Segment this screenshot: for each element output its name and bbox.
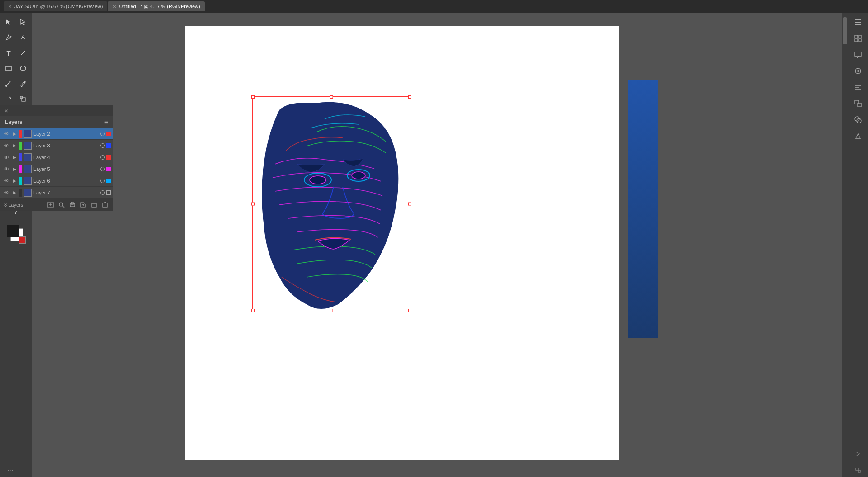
layer-row-6[interactable]: 👁 ▶ Layer 6	[0, 175, 113, 187]
layer-row-3[interactable]: 👁 ▶ Layer 3	[0, 140, 113, 151]
layer-visibility-7[interactable]: 👁	[2, 189, 10, 197]
svg-rect-34	[859, 35, 861, 38]
tab-close-untitled[interactable]: ✕	[113, 4, 116, 9]
layer-name-3: Layer 3	[33, 143, 99, 148]
color-swatches[interactable]	[5, 223, 27, 245]
layer-circle-6	[100, 179, 105, 183]
layers-list[interactable]: 👁 ▶ Layer 2 👁 ▶ Layer 3 👁 ▶	[0, 128, 113, 198]
layer-expand-3[interactable]: ▶	[11, 142, 18, 149]
tab-close-jay[interactable]: ✕	[8, 4, 12, 9]
layer-count: 8 Layers	[4, 202, 23, 208]
clip-mask-btn[interactable]	[68, 201, 76, 209]
layers-panel-titlebar: ✕	[0, 105, 113, 116]
libraries-btn[interactable]	[851, 32, 865, 45]
make-sublayer-btn[interactable]	[47, 201, 55, 209]
layer-visibility-2[interactable]: 👁	[2, 130, 10, 138]
svg-rect-36	[859, 39, 861, 42]
layer-row-4[interactable]: 👁 ▶ Layer 4	[0, 151, 113, 163]
layer-color-4	[19, 153, 22, 161]
layer-square-4	[106, 155, 111, 160]
collapse-panel-btn[interactable]	[851, 447, 865, 461]
rotate-tool[interactable]	[2, 92, 15, 106]
new-layer-btn[interactable]	[90, 201, 98, 209]
type-tools: T	[2, 46, 30, 60]
layer-row-2[interactable]: 👁 ▶ Layer 2	[0, 128, 113, 140]
svg-rect-32	[855, 24, 861, 25]
tab-untitled[interactable]: ✕ Untitled-1* @ 4.17 % (RGB/Preview)	[108, 1, 204, 11]
footer-icons	[47, 201, 109, 209]
pathfinder-btn[interactable]	[851, 113, 865, 127]
layer-square-6	[106, 179, 111, 183]
layer-expand-4[interactable]: ▶	[11, 154, 18, 161]
tab-jay-su[interactable]: ✕ JAY SU.ai* @ 16.67 % (CMYK/Preview)	[4, 1, 107, 11]
layer-thumb-2	[24, 130, 32, 138]
svg-point-53	[59, 203, 63, 206]
selection-tools	[2, 15, 30, 29]
artboard	[185, 26, 619, 460]
layer-visibility-5[interactable]: 👁	[2, 165, 10, 173]
layer-expand-2[interactable]: ▶	[11, 131, 18, 137]
scroll-thumb[interactable]	[843, 17, 847, 44]
expand-panel-btn[interactable]	[851, 463, 865, 477]
new-sublayer-btn[interactable]	[79, 201, 87, 209]
svg-point-51	[352, 172, 365, 179]
cc-libraries-btn[interactable]	[851, 129, 865, 143]
layer-color-7	[19, 189, 22, 197]
layer-thumb-4	[24, 153, 32, 161]
paintbrush-tool[interactable]	[2, 77, 15, 90]
layer-visibility-4[interactable]: 👁	[2, 153, 10, 161]
vertical-scrollbar[interactable]	[842, 13, 848, 477]
line-tool[interactable]	[16, 46, 30, 60]
layer-name-7: Layer 7	[33, 190, 99, 195]
layer-indicators-4	[100, 155, 111, 160]
direct-selection-tool[interactable]	[16, 15, 30, 29]
rect-tool[interactable]	[2, 61, 15, 75]
layer-name-4: Layer 4	[33, 155, 99, 160]
layer-name-6: Layer 6	[33, 178, 99, 184]
layer-row-7[interactable]: 👁 ▶ Layer 7	[0, 187, 113, 198]
layer-square-5	[106, 167, 111, 171]
layer-square-7	[106, 190, 111, 195]
pen-tools	[2, 31, 30, 44]
layer-indicators-7	[100, 190, 111, 195]
layer-row-5[interactable]: 👁 ▶ Layer 5	[0, 163, 113, 175]
svg-rect-47	[858, 470, 860, 472]
layer-color-6	[19, 177, 22, 185]
align-btn[interactable]	[851, 80, 865, 94]
svg-rect-33	[855, 35, 858, 38]
comments-btn[interactable]	[851, 48, 865, 61]
panel-menu-icon[interactable]: ≡	[104, 118, 108, 126]
layer-color-3	[19, 142, 22, 150]
layer-thumb-3	[24, 142, 32, 150]
layer-visibility-3[interactable]: 👁	[2, 142, 10, 150]
tab-label-jay: JAY SU.ai* @ 16.67 % (CMYK/Preview)	[14, 4, 103, 9]
left-toolbar: T	[0, 13, 32, 477]
panel-close-button[interactable]: ✕	[4, 109, 9, 113]
selection-tool[interactable]	[2, 15, 15, 29]
layer-circle-5	[100, 167, 105, 171]
pencil-tool[interactable]	[16, 77, 30, 90]
layer-expand-5[interactable]: ▶	[11, 166, 18, 172]
properties-btn[interactable]	[851, 15, 865, 29]
layer-expand-6[interactable]: ▶	[11, 178, 18, 184]
right-toolbar	[848, 13, 868, 477]
stroke-color[interactable]	[19, 236, 26, 244]
locate-object-btn[interactable]	[57, 201, 66, 209]
ellipse-tool[interactable]	[16, 61, 30, 75]
layer-color-2	[19, 130, 22, 138]
appearance-btn[interactable]	[851, 64, 865, 78]
tab-label-untitled: Untitled-1* @ 4.17 % (RGB/Preview)	[119, 4, 200, 9]
pen-tool[interactable]	[2, 31, 15, 44]
foreground-color[interactable]	[7, 225, 19, 237]
layer-visibility-6[interactable]: 👁	[2, 177, 10, 185]
transform-btn[interactable]	[851, 97, 865, 110]
svg-rect-46	[856, 468, 858, 470]
svg-rect-35	[855, 39, 858, 42]
delete-layer-btn[interactable]	[101, 201, 109, 209]
layer-expand-7[interactable]: ▶	[11, 189, 18, 196]
more-tools[interactable]: ···	[7, 466, 13, 474]
type-tool[interactable]: T	[2, 46, 15, 60]
layers-panel: ✕ Layers ≡ 👁 ▶ Layer 2 👁 ▶ Layer 3	[0, 105, 113, 211]
scale-tool[interactable]	[16, 92, 30, 106]
curvature-tool[interactable]	[16, 31, 30, 44]
